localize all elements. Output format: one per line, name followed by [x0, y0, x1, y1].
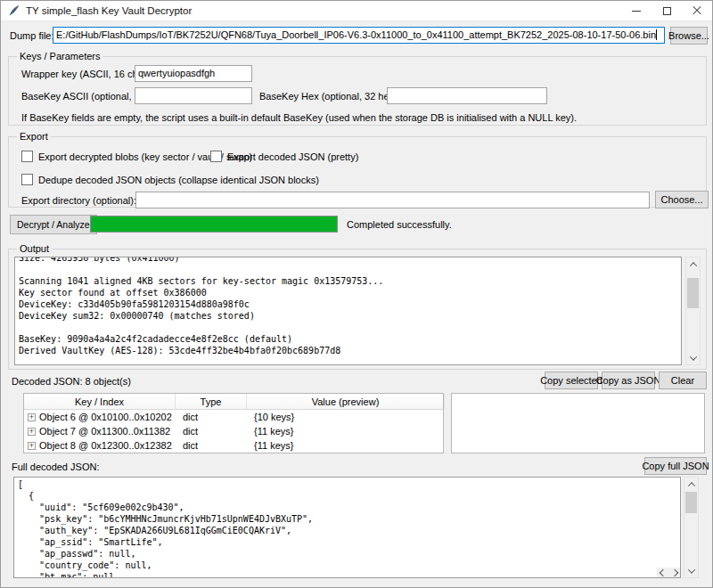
close-button[interactable]	[682, 1, 712, 20]
basekey-ascii-input[interactable]	[135, 87, 252, 104]
decoded-json-table[interactable]: Key / Index Type Value (preview) +Object…	[23, 393, 444, 453]
app-window: TY simple_flash Key Vault Decryptor Dump…	[0, 0, 713, 588]
export-dir-input[interactable]	[135, 192, 650, 208]
expand-icon[interactable]: +	[28, 413, 36, 421]
export-blobs-checkbox[interactable]	[21, 151, 33, 162]
minimize-button[interactable]	[621, 1, 652, 20]
minimize-icon	[632, 11, 641, 12]
maximize-button[interactable]	[652, 1, 682, 20]
keys-parameters-group: Keys / Parameters Wrapper key (ASCII, 16…	[8, 56, 707, 126]
export-json-pretty-checkbox[interactable]	[210, 151, 222, 162]
close-icon	[693, 6, 701, 15]
copy-as-json-button[interactable]: Copy as JSON	[602, 372, 655, 389]
browse-button[interactable]: Browse...	[670, 27, 708, 45]
decoded-json-header: Decoded JSON: 8 object(s)	[12, 376, 131, 387]
scroll-up-icon[interactable]	[686, 257, 700, 271]
output-group: Output Size: 4263936 bytes (0x411000) Sc…	[8, 249, 707, 370]
progress-fill	[91, 216, 337, 232]
row-type: dict	[176, 426, 247, 437]
decoded-json-detail-panel[interactable]	[451, 393, 705, 453]
dump-file-label: Dump file:	[10, 30, 54, 41]
export-group: Export Export decrypted blobs (key secto…	[8, 136, 707, 208]
table-row[interactable]: +Object 8 @ 0x12300..0x12382 dict {11 ke…	[24, 438, 443, 453]
json-scroll-thumb[interactable]	[685, 492, 697, 513]
progress-bar	[90, 216, 338, 233]
row-value: {10 keys}	[247, 412, 445, 422]
export-json-pretty-label: Export decoded JSON (pretty)	[227, 151, 358, 162]
text-caret	[656, 29, 657, 40]
full-json-label: Full decoded JSON:	[12, 461, 99, 472]
copy-full-json-button[interactable]: Copy full JSON	[644, 457, 707, 475]
row-value: {11 keys}	[247, 440, 445, 451]
dump-file-value: E:/GitHub/FlashDumps/IoT/BK7252U/QFN68/T…	[56, 29, 656, 40]
table-header-row: Key / Index Type Value (preview)	[24, 394, 443, 410]
expand-icon[interactable]: +	[28, 428, 36, 436]
output-vertical-scrollbar[interactable]	[685, 257, 701, 365]
status-text: Completed successfully.	[347, 219, 452, 230]
dump-file-input[interactable]: E:/GitHub/FlashDumps/IoT/BK7252U/QFN68/T…	[53, 27, 665, 44]
row-type: dict	[176, 440, 247, 451]
row-key: Object 8 @ 0x12300..0x12382	[39, 440, 172, 451]
scroll-down-icon[interactable]	[686, 351, 700, 364]
export-title: Export	[17, 131, 51, 142]
dedupe-json-label: Dedupe decoded JSON objects (collapse id…	[38, 175, 319, 185]
json-vertical-scrollbar[interactable]	[684, 477, 699, 578]
row-key: Object 7 @ 0x11300..0x11382	[39, 426, 170, 437]
full-json-textarea[interactable]: [ { "uuid": "5cf609e002c9b430", "psk_key…	[13, 477, 681, 578]
table-row[interactable]: +Object 7 @ 0x11300..0x11382 dict {11 ke…	[24, 424, 443, 438]
column-header-key[interactable]: Key / Index	[24, 394, 176, 409]
basekey-note: If BaseKey fields are empty, the script …	[21, 112, 577, 123]
window-title: TY simple_flash Key Vault Decryptor	[26, 5, 192, 16]
basekey-hex-input[interactable]	[387, 87, 547, 104]
maximize-icon	[663, 7, 671, 15]
row-type: dict	[176, 412, 247, 422]
clear-button[interactable]: Clear	[659, 372, 707, 389]
copy-selected-button[interactable]: Copy selected	[545, 372, 598, 389]
dedupe-json-checkbox[interactable]	[21, 174, 33, 185]
python-feather-icon	[8, 4, 20, 17]
json-horizontal-scrollbar[interactable]	[657, 568, 680, 577]
wrapper-key-value: qwertyuiopasdfgh	[138, 68, 215, 78]
row-value: {11 keys}	[247, 426, 445, 437]
export-dir-label: Export directory (optional):	[21, 195, 136, 206]
scroll-up-icon[interactable]	[684, 478, 698, 491]
scroll-left-icon[interactable]	[657, 568, 668, 577]
row-key: Object 6 @ 0x10100..0x10202	[39, 412, 172, 422]
choose-button[interactable]: Choose...	[655, 191, 709, 208]
keys-parameters-title: Keys / Parameters	[17, 51, 102, 61]
output-scroll-thumb[interactable]	[687, 278, 699, 308]
titlebar[interactable]: TY simple_flash Key Vault Decryptor	[1, 1, 712, 21]
wrapper-key-input[interactable]: qwertyuiopasdfgh	[135, 65, 252, 82]
table-row[interactable]: +Object 6 @ 0x10100..0x10202 dict {10 ke…	[24, 410, 443, 424]
decrypt-analyze-button[interactable]: Decrypt / Analyze	[10, 215, 97, 234]
output-text: Size: 4263936 bytes (0x411000) Scanning …	[15, 257, 681, 365]
scroll-down-icon[interactable]	[684, 564, 698, 577]
column-header-value[interactable]: Value (preview)	[247, 394, 445, 409]
output-title: Output	[17, 243, 52, 254]
output-textarea[interactable]: Size: 4263936 bytes (0x411000) Scanning …	[14, 257, 682, 365]
column-header-type[interactable]: Type	[176, 394, 247, 409]
full-json-text: [ { "uuid": "5cf609e002c9b430", "psk_key…	[14, 478, 680, 578]
expand-icon[interactable]: +	[28, 442, 36, 450]
scroll-right-icon[interactable]	[668, 568, 680, 577]
